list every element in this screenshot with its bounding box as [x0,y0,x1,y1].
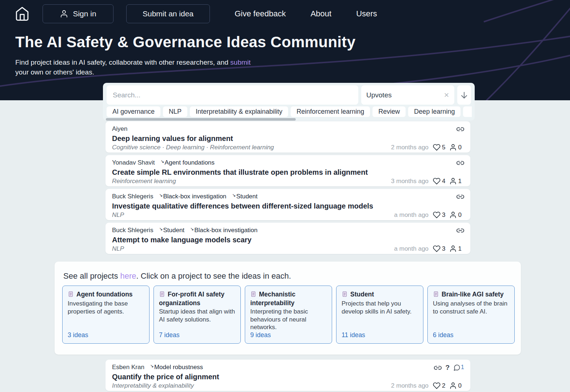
link-icon[interactable] [457,193,464,201]
project-card-for-profit[interactable]: For-profit AI safety organizations Start… [154,286,241,344]
idea-tags: Interpretability & explainability [112,382,194,389]
project-card-row: Agent foundations Investigating the base… [62,286,515,344]
collaborators-icon[interactable] [449,245,457,252]
upvote-count: 5 [442,144,445,151]
collaborators-icon[interactable] [449,144,457,151]
project-card-student[interactable]: Student Projects that help you develop s… [336,286,423,344]
idea-author[interactable]: Aiyen [112,125,128,133]
project-idea-count[interactable]: 3 ideas [68,331,88,339]
comments-indicator[interactable]: 1 [453,364,464,371]
idea-card[interactable]: Aiyen Deep learning values for alignment… [105,121,470,153]
idea-card[interactable]: Esben Kran ↘Model robustness ? 1 Quantif… [105,360,470,391]
link-icon[interactable] [434,364,442,372]
project-link-label: Agent foundations [165,159,215,166]
filter-chips: AI governance NLP Interpretability & exp… [107,106,472,117]
idea-timestamp: 2 months ago [391,382,429,389]
project-idea-count[interactable]: 11 ideas [342,331,365,339]
filter-chip-nlp[interactable]: NLP [163,106,187,117]
project-description: Using analyses of the brain to construct… [433,300,509,315]
filter-chip-reinforcement-learning[interactable]: Reinforcement learning [291,106,370,117]
idea-project-link[interactable]: ↘Student [159,227,184,234]
nav-link-about[interactable]: About [311,9,332,19]
sort-select[interactable]: Upvotes ✕ [361,85,454,105]
comment-bubble-icon [453,364,461,371]
clear-sort-icon[interactable]: ✕ [444,91,449,99]
idea-card[interactable]: Yonadav Shavit ↘Agent foundations Create… [105,155,470,186]
idea-title[interactable]: Investigate qualitative differences betw… [112,202,464,210]
upvote-heart-icon[interactable] [433,177,441,185]
upvote-count: 3 [442,245,445,252]
search-input[interactable] [107,85,358,105]
see-all-projects-link[interactable]: here [120,271,136,280]
idea-author[interactable]: Buck Shlegeris [112,227,153,234]
idea-project-link[interactable]: ↘Black-box investigation [190,227,258,234]
link-icon[interactable] [457,227,464,234]
idea-timestamp: a month ago [394,245,429,252]
idea-title[interactable]: Deep learning values for alignment [112,134,464,143]
filter-chip-deep-learning[interactable]: Deep learning [408,106,461,117]
upvote-heart-icon[interactable] [433,245,441,252]
nav-link-give-feedback[interactable]: Give feedback [235,9,286,19]
document-icon [68,291,74,299]
page-subtitle: Find project ideas in AI safety, collabo… [15,57,251,77]
upvote-heart-icon[interactable] [433,211,441,219]
idea-title[interactable]: Quantify the price of alignment [112,373,464,381]
upvote-heart-icon[interactable] [433,144,441,151]
nav-link-users[interactable]: Users [356,9,377,19]
idea-author[interactable]: Esben Kran [112,364,144,371]
collaborators-icon[interactable] [449,382,457,389]
link-icon[interactable] [457,159,464,167]
search-panel: Upvotes ✕ AI governance NLP Interpretabi… [103,83,475,121]
project-link-arrow-icon: ↘ [159,193,163,197]
collaborators-icon[interactable] [449,211,457,219]
idea-author[interactable]: Yonadav Shavit [112,159,155,166]
filter-chip-interpretability[interactable]: Interpretability & explainability [190,106,288,117]
project-link-arrow-icon: ↘ [232,193,236,197]
page-title: The AI Safety & Governance Ideas Communi… [15,33,355,51]
upvote-heart-icon[interactable] [433,382,441,389]
project-card-mechanistic-interpretability[interactable]: Mechanistic interpretability Interpretin… [245,286,332,344]
upvote-count: 4 [442,178,445,185]
idea-project-link[interactable]: ↘Model robustness [150,364,203,371]
idea-tags: Reinforcement learning [112,178,176,185]
idea-title[interactable]: Create simple RL environments that illus… [112,168,464,177]
document-icon [342,291,348,299]
idea-project-link[interactable]: ↘Student [232,193,258,200]
project-idea-count[interactable]: 7 ideas [159,331,179,339]
collaborators-icon[interactable] [449,177,457,185]
project-card-brain-like-agi[interactable]: Brain-like AGI safety Using analyses of … [427,286,515,344]
project-idea-count[interactable]: 6 ideas [433,331,453,339]
project-title: Student [350,291,374,298]
project-card-agent-foundations[interactable]: Agent foundations Investigating the base… [62,286,150,344]
submit-link[interactable]: submit [230,58,251,66]
subtitle-text-2: your own or others' ideas. [15,68,94,76]
chips-horizontal-scrollbar[interactable] [106,118,296,121]
sign-in-button[interactable]: Sign in [43,4,113,23]
collaborator-count: 0 [458,382,462,389]
link-icon[interactable] [457,125,464,133]
idea-card[interactable]: Buck Shlegeris ↘Student ↘Black-box inves… [105,223,470,254]
project-link-label: Student [236,193,258,200]
filter-chip-ai-governance[interactable]: AI governance [107,106,160,117]
idea-project-link[interactable]: ↘Agent foundations [161,159,215,166]
idea-timestamp: a month ago [394,211,429,219]
comment-count: 1 [461,364,464,371]
submit-idea-button[interactable]: Submit an idea [126,4,210,23]
idea-list: Aiyen Deep learning values for alignment… [105,121,470,256]
user-icon [60,9,68,18]
filter-chip-review[interactable]: Review [372,106,406,117]
sort-value: Upvotes [366,91,392,99]
question-mark-icon[interactable]: ? [445,364,450,372]
filter-chip-partial[interactable] [463,106,472,117]
idea-title[interactable]: Attempt to make language models scary [112,236,464,244]
idea-author[interactable]: Buck Shlegeris [112,193,153,200]
project-link-label: Black-box investigation [194,227,258,234]
idea-project-link[interactable]: ↘Black-box investigation [159,193,226,200]
project-idea-count[interactable]: 9 ideas [250,331,271,339]
home-icon[interactable] [15,4,31,23]
project-title: For-profit AI safety organizations [159,291,224,307]
idea-card[interactable]: Buck Shlegeris ↘Black-box investigation … [105,189,470,220]
document-icon [433,291,439,299]
sort-direction-button[interactable] [457,85,471,105]
collaborator-count: 0 [458,144,462,151]
